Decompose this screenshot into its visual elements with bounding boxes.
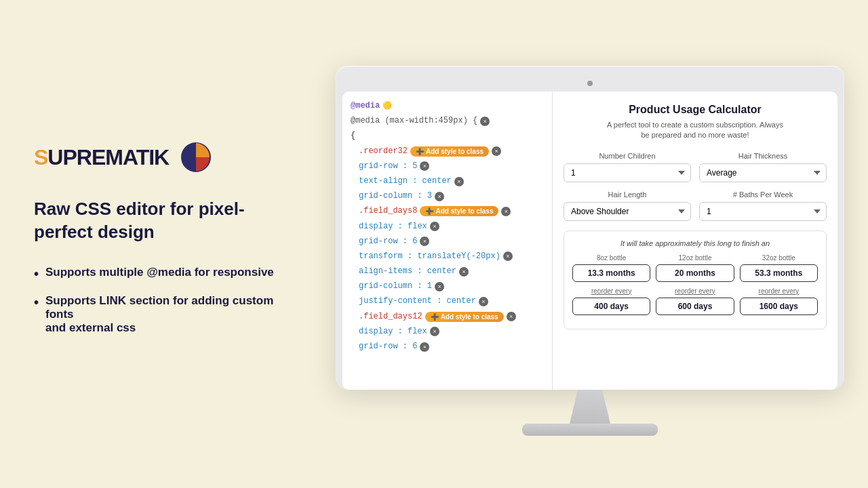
prop-displayflex1: display : flex: [359, 220, 427, 233]
calc-result-box: It will take approximately this long to …: [564, 230, 827, 329]
monitor-wrapper: @media 🟡 @media (max-width:459px) { × { …: [312, 52, 868, 436]
logo-s: S: [34, 145, 47, 169]
prop-textalign: text-align : center: [359, 175, 452, 188]
css-line-display-flex1: display : flex ×: [359, 220, 544, 233]
add-style-reorder32-btn[interactable]: ➕ Add style to class: [410, 146, 489, 157]
add-style-label-2: Add style to class: [435, 207, 493, 215]
textalign-remove-btn[interactable]: ×: [454, 177, 464, 186]
css-line-brace: {: [351, 129, 544, 142]
bottle-32oz: 32oz bottle 53.3 months: [740, 254, 818, 282]
css-line-media: @media 🟡: [351, 100, 544, 113]
bottle-8oz-label: 8oz bottle: [572, 254, 650, 262]
reorder-32oz: reorder every 1600 days: [740, 287, 818, 315]
bottles-months-row: 8oz bottle 13.3 months 12oz bottle 20 mo…: [572, 254, 818, 282]
calc-field-length: Hair Length Above Shoulder Short Shoulde…: [564, 190, 691, 221]
tagline: Raw CSS editor for pixel-perfect design: [34, 198, 278, 244]
baths-select[interactable]: 1 2 3: [699, 202, 827, 221]
transform-remove-btn[interactable]: ×: [503, 251, 513, 261]
monitor-body: @media 🟡 @media (max-width:459px) { × { …: [336, 66, 844, 390]
prop-gridcol1: grid-column : 1: [359, 280, 432, 293]
alignitems-remove-btn[interactable]: ×: [459, 267, 469, 277]
feature-1: Supports multiple @media for responsive: [34, 266, 278, 282]
add-icon-2: ➕: [425, 207, 433, 215]
class-fielddays8: .field_days8: [359, 205, 417, 218]
css-line-justifycontent: justify-content : center ×: [359, 295, 544, 308]
feature-2-text: Supports LINK section for adding custom …: [45, 294, 278, 335]
gridcol1-remove-btn[interactable]: ×: [435, 282, 444, 291]
displayflex1-remove-btn[interactable]: ×: [430, 222, 439, 231]
reorder-32oz-days: 1600 days: [740, 298, 818, 315]
calc-field-children: Number Children 1 2 3: [564, 152, 691, 182]
bottle-8oz: 8oz bottle 13.3 months: [572, 254, 650, 282]
css-line-transform: transform : translateY(-20px) ×: [359, 250, 544, 263]
reorder32-remove-btn[interactable]: ×: [492, 146, 501, 156]
add-style-fielddays12-btn[interactable]: ➕ Add style to class: [425, 312, 504, 322]
monitor-stand-base: [522, 424, 658, 436]
baths-label: # Baths Per Week: [699, 190, 827, 199]
children-label: Number Children: [564, 152, 691, 160]
reorder-8oz-days: 400 days: [572, 298, 650, 315]
css-line-gridrow5: grid-row : 5 ×: [359, 160, 544, 173]
logo-area: SUPREMATIK: [34, 141, 278, 174]
thickness-label: Hair Thickness: [699, 152, 827, 160]
calc-fields-grid: Number Children 1 2 3 Hair Thickness Ave…: [564, 152, 827, 221]
css-line-gridcol3: grid-column : 3 ×: [359, 190, 544, 203]
logo-icon: [180, 141, 212, 174]
bottle-12oz-months: 20 months: [656, 264, 734, 282]
prop-gridrow6: grid-row : 6: [359, 235, 417, 248]
prop-alignitems: align-items : center: [359, 265, 456, 278]
add-icon: ➕: [416, 148, 424, 155]
justifycontent-remove-btn[interactable]: ×: [479, 297, 488, 306]
calculator-panel: Product Usage Calculator A perfect tool …: [553, 92, 837, 390]
children-select[interactable]: 1 2 3: [564, 163, 691, 182]
bottle-32oz-months: 53.3 months: [740, 264, 818, 282]
calc-field-baths: # Baths Per Week 1 2 3: [699, 190, 827, 221]
feature-2: Supports LINK section for adding custom …: [34, 294, 278, 335]
fielddays8-remove-btn[interactable]: ×: [501, 207, 511, 216]
css-line-gridrow6b: grid-row : 6 ×: [359, 340, 544, 353]
monitor-dot-indicator: [587, 81, 593, 86]
gridcol3-remove-btn[interactable]: ×: [435, 192, 444, 201]
calc-field-thickness: Hair Thickness Average Fine Thick: [699, 152, 827, 182]
prop-gridcol3: grid-column : 3: [359, 190, 432, 203]
add-style-fielddays8-btn[interactable]: ➕ Add style to class: [420, 206, 498, 216]
add-icon-3: ➕: [431, 313, 439, 321]
add-style-label: Add style to class: [426, 148, 484, 155]
css-line-reorder32: .reorder32 ➕ Add style to class ×: [359, 145, 544, 158]
reorder-12oz-days: 600 days: [656, 298, 734, 315]
features-list: Supports multiple @media for responsive …: [34, 266, 278, 335]
left-panel: SUPREMATIK Raw CSS editor for pixel-perf…: [0, 114, 312, 374]
bottles-reorder-row: reorder every 400 days reorder every 600…: [572, 287, 818, 315]
class-reorder32: .reorder32: [359, 145, 408, 158]
length-label: Hair Length: [564, 190, 691, 199]
monitor-dot: [342, 73, 837, 92]
monitor-screen: @media 🟡 @media (max-width:459px) { × { …: [342, 92, 837, 390]
prop-justifycontent: justify-content : center: [359, 295, 476, 308]
gridrow6-remove-btn[interactable]: ×: [420, 237, 429, 246]
displayflex2-remove-btn[interactable]: ×: [430, 327, 439, 336]
css-line-fielddays8: .field_days8 ➕ Add style to class ×: [359, 205, 544, 218]
media-tag: @media: [351, 100, 380, 113]
logo-text: SUPREMATIK: [34, 145, 169, 170]
class-fielddays12: .field_days12: [359, 310, 422, 323]
bottle-12oz-label: 12oz bottle: [656, 254, 734, 262]
calc-subtitle: A perfect tool to create a custom subscr…: [564, 120, 827, 141]
reorder-8oz-label: reorder every: [572, 287, 650, 295]
gridrow5-remove-btn[interactable]: ×: [420, 161, 429, 171]
css-line-gridrow6: grid-row : 6 ×: [359, 235, 544, 248]
bottle-8oz-months: 13.3 months: [572, 264, 650, 282]
fielddays12-remove-btn[interactable]: ×: [507, 312, 516, 321]
length-select[interactable]: Above Shoulder Short Shoulder Long: [564, 202, 691, 221]
css-line-alignitems: align-items : center ×: [359, 265, 544, 278]
prop-gridrow5: grid-row : 5: [359, 160, 417, 173]
media-condition-remove[interactable]: ×: [480, 117, 490, 126]
reorder-8oz: reorder every 400 days: [572, 287, 650, 315]
css-editor-panel: @media 🟡 @media (max-width:459px) { × { …: [342, 92, 553, 390]
css-line-gridcol1: grid-column : 1 ×: [359, 280, 544, 293]
bottle-32oz-label: 32oz bottle: [740, 254, 818, 262]
prop-gridrow6b: grid-row : 6: [359, 340, 417, 353]
monitor-stand-neck: [570, 390, 610, 424]
calc-result-title: It will take approximately this long to …: [572, 239, 818, 247]
gridrow6b-remove-btn[interactable]: ×: [420, 342, 429, 352]
thickness-select[interactable]: Average Fine Thick: [699, 163, 827, 182]
